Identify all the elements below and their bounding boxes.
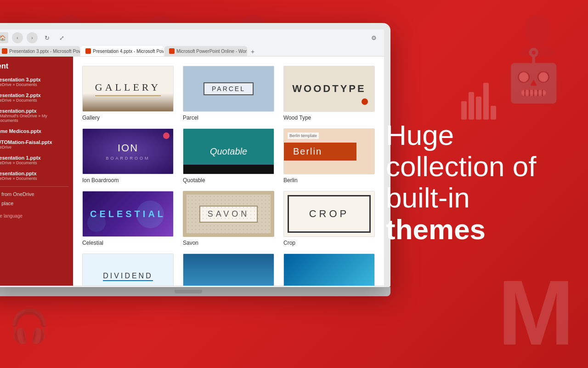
settings-button[interactable]: ⚙	[368, 32, 379, 43]
theme-thumbnail-quotable: Quotable	[183, 128, 274, 174]
sidebar-file-2-name: resentation.pptx	[0, 108, 68, 114]
headline-line1: Huge	[386, 119, 454, 151]
theme-item-celestial[interactable]: CELESTIAL Celestial	[82, 191, 174, 246]
theme-item-crop[interactable]: CROP Crop	[283, 191, 375, 246]
sidebar-language-link[interactable]: ge language	[0, 213, 68, 218]
theme-parcel-title: PARCEL	[204, 82, 254, 95]
sidebar-divider	[0, 186, 68, 187]
theme-thumbnail-dividend: DIVIDEND	[82, 253, 174, 286]
tab-2[interactable]: Presentation 4.pptx - Microsoft PowerPoi…	[81, 46, 164, 56]
sidebar-item-3[interactable]: ome Medicos.pptx	[0, 128, 68, 134]
new-tab-button[interactable]: +	[248, 47, 257, 56]
browser-toolbar: 🏠 ‹ › ↻ ⤢ ⚙	[0, 32, 379, 43]
theme-thumbnail-blue1	[183, 253, 274, 286]
tab-2-icon	[85, 48, 91, 54]
theme-celestial-title: CELESTIAL	[90, 209, 166, 219]
theme-thumbnail-savon: SAVON	[183, 191, 274, 237]
theme-item-gallery[interactable]: GALLERY Gallery	[82, 66, 174, 121]
deco-robot-icon: 🤖	[502, 46, 565, 105]
sidebar-file-5-name: resentation 1.pptx	[0, 155, 68, 161]
theme-quotable-title: Quotable	[210, 146, 247, 157]
headline-line3: built-in	[386, 182, 470, 213]
sidebar-file-4-name: UTOMation-Faisal.pptx	[0, 139, 68, 145]
sidebar-link-0[interactable]: n from OneDrive	[0, 191, 68, 197]
tab-1[interactable]: Presentation 3.pptx - Microsoft PowerPoi…	[0, 46, 80, 56]
savon-pattern	[187, 195, 271, 233]
theme-name-quotable: Quotable	[183, 177, 274, 184]
laptop: 🏠 ‹ › ↻ ⤢ ⚙ Presentation 3.pptx - Micros…	[0, 23, 390, 296]
theme-thumbnail-blue2	[283, 253, 375, 286]
tab-3[interactable]: Microsoft PowerPoint Online - Work toget…	[164, 46, 247, 56]
theme-item-dividend[interactable]: DIVIDEND Dividend	[82, 253, 174, 286]
expand-button[interactable]: ⤢	[56, 32, 67, 43]
theme-name-crop: Crop	[283, 240, 375, 246]
sidebar-file-6-name: resentation.pptx	[0, 171, 68, 176]
theme-item-berlin[interactable]: Berlin template Berlin Berlin	[283, 128, 375, 184]
laptop-shell: 🏠 ‹ › ↻ ⤢ ⚙ Presentation 3.pptx - Micros…	[0, 23, 390, 287]
theme-ion-subtitle: BOARDROOM	[106, 156, 150, 161]
theme-item-ion[interactable]: ION BOARDROOM Ion Boardroom	[82, 128, 174, 184]
sidebar-file-3-name: ome Medicos.pptx	[0, 128, 68, 134]
tab-1-icon	[2, 48, 7, 54]
forward-button[interactable]: ›	[27, 32, 38, 43]
sidebar-file-1-name: resentation 2.pptx	[0, 92, 68, 98]
theme-berlin-bar: Berlin	[284, 143, 356, 161]
theme-item-blue1[interactable]	[183, 253, 274, 286]
theme-ion-title: ION	[118, 142, 138, 154]
theme-thumbnail-woodtype: WOODTYPE	[283, 66, 375, 112]
tab-1-label: Presentation 3.pptx - Microsoft PowerPoi…	[9, 49, 80, 54]
theme-item-savon[interactable]: SAVON Savon	[183, 191, 274, 246]
main-content: GALLERY Gallery PARCEL Parcel	[73, 57, 384, 286]
theme-item-quotable[interactable]: Quotable Quotable	[183, 128, 274, 184]
theme-name-ion: Ion Boardroom	[82, 177, 174, 184]
theme-thumbnail-gallery: GALLERY	[82, 66, 174, 112]
home-button[interactable]: 🏠	[0, 32, 8, 43]
theme-berlin-title: Berlin	[293, 146, 322, 156]
theme-woodtype-title: WOODTYPE	[292, 83, 366, 95]
deco-bar-chart	[461, 83, 496, 120]
deco-m-watermark: M	[498, 267, 574, 359]
theme-name-celestial: Celestial	[82, 240, 174, 246]
right-panel: Huge collection of built-in themes	[386, 120, 560, 249]
sidebar-link-1[interactable]: n place	[0, 201, 68, 206]
tab-3-icon	[169, 48, 175, 54]
sidebar-item-0[interactable]: resentation 3.pptx neDrive » Documents	[0, 77, 68, 87]
theme-quotable-bar	[183, 165, 274, 174]
tab-3-label: Microsoft PowerPoint Online - Work toget…	[176, 49, 247, 54]
headline-line2: collection of	[386, 150, 536, 182]
theme-ion-dot	[163, 132, 170, 139]
theme-grid: GALLERY Gallery PARCEL Parcel	[82, 66, 375, 286]
sidebar-file-4-path: neDrive	[0, 145, 68, 150]
refresh-button[interactable]: ↻	[41, 32, 52, 43]
theme-item-parcel[interactable]: PARCEL Parcel	[183, 66, 274, 121]
sidebar-file-0-name: resentation 3.pptx	[0, 77, 68, 82]
back-button[interactable]: ‹	[12, 32, 23, 43]
theme-dividend-title: DIVIDEND	[103, 272, 153, 281]
theme-thumbnail-ion: ION BOARDROOM	[82, 128, 174, 174]
theme-item-woodtype[interactable]: WOODTYPE Wood Type	[283, 66, 375, 121]
laptop-notch	[175, 290, 202, 293]
theme-name-woodtype: Wood Type	[283, 115, 375, 121]
browser-tabs: Presentation 3.pptx - Microsoft PowerPoi…	[0, 46, 379, 56]
headline-line4: themes	[386, 213, 560, 245]
theme-berlin-label: Berlin template	[288, 132, 319, 139]
sidebar-item-4[interactable]: UTOMation-Faisal.pptx neDrive	[0, 139, 68, 150]
sidebar-file-6-path: neDrive » Documents	[0, 176, 68, 181]
sidebar-item-2[interactable]: resentation.pptx f Mahmud's OneDrive » M…	[0, 108, 68, 123]
theme-woodtype-dot	[362, 98, 368, 105]
sidebar-item-1[interactable]: resentation 2.pptx neDrive » Documents	[0, 92, 68, 103]
deco-headset-icon: 🎧	[9, 307, 49, 345]
theme-thumbnail-crop: CROP	[283, 191, 375, 237]
browser-content: ent resentation 3.pptx neDrive » Documen…	[0, 57, 384, 286]
theme-item-blue2[interactable]	[283, 253, 375, 286]
crop-lines-2	[288, 195, 371, 233]
sidebar-file-1-path: neDrive » Documents	[0, 98, 68, 103]
sidebar-title: ent	[0, 62, 68, 70]
sidebar-item-5[interactable]: resentation 1.pptx neDrive » Documents	[0, 155, 68, 165]
sidebar-file-0-path: neDrive » Documents	[0, 82, 68, 87]
sidebar-item-6[interactable]: resentation.pptx neDrive » Documents	[0, 171, 68, 181]
sidebar-file-2-path: f Mahmud's OneDrive » My Documents	[0, 114, 68, 123]
browser-chrome: 🏠 ‹ › ↻ ⤢ ⚙ Presentation 3.pptx - Micros…	[0, 29, 384, 57]
laptop-base	[0, 287, 390, 296]
theme-thumbnail-celestial: CELESTIAL	[82, 191, 174, 237]
